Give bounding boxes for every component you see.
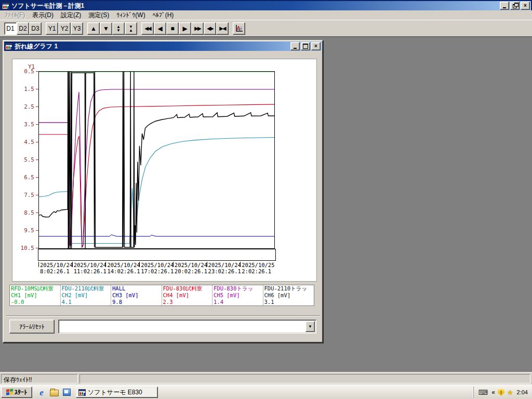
star-tray-icon[interactable]: ★ <box>507 389 513 396</box>
chart-panel: Y1 0.51.52.53.54.55.56.57.58.59.510.5 20… <box>12 59 317 282</box>
scroll-up-button[interactable]: ▲ <box>87 22 100 35</box>
chart-window-icon <box>5 43 12 50</box>
series-CH3 <box>39 235 274 236</box>
menu-measure[interactable]: 測定(S) <box>85 10 113 20</box>
chart-minimize-button[interactable] <box>290 42 300 50</box>
expand-horizontal-button[interactable]: ◀▶ <box>204 22 216 35</box>
legend-val: 3.1 <box>264 299 314 305</box>
toolbar-y3-button[interactable]: Y3 <box>71 22 83 35</box>
start-button[interactable]: ｽﾀｰﾄ <box>1 387 32 398</box>
y-tick-label-2.5: 2.5 <box>12 104 34 110</box>
legend-val: -0.0 <box>11 299 60 305</box>
scroll-button-group: ▲ ▼ ▲▼ ▼▲ <box>87 22 137 35</box>
menu-window[interactable]: ｳｨﾝﾄﾞｳ(W) <box>113 11 149 19</box>
legend-channel-CH6: FDU-2110トラッCH6 [mV]3.1 <box>263 285 314 305</box>
restore-button[interactable] <box>510 2 520 10</box>
keyboard-layout-icon[interactable]: ⌨ <box>478 389 488 396</box>
scroll-down-button[interactable]: ▼ <box>100 22 112 35</box>
taskbar-app-label: ソフトサーモ E830 <box>88 388 142 397</box>
legend-channel-CH5: FDU-830トラッCH5 [mV]1.4 <box>212 285 263 305</box>
combobox-dropdown-button[interactable]: ▼ <box>305 321 315 332</box>
x-tick-mark <box>38 262 39 267</box>
legend-name: FDU-2110トラッ <box>264 285 314 292</box>
compress-horizontal-button[interactable]: ▶◀ <box>216 22 229 35</box>
toolbar-y2-button[interactable]: Y2 <box>58 22 71 35</box>
expand-vertical-icon: ▲▼ <box>116 25 121 32</box>
taskbar-clock: 2:04 <box>517 389 528 395</box>
fast-rewind-button[interactable]: ◀◀ <box>141 22 154 35</box>
graph-setup-button[interactable] <box>233 22 245 35</box>
stop-button[interactable]: ■ <box>166 22 179 35</box>
app-icon <box>2 3 9 9</box>
minimize-icon <box>503 7 506 8</box>
x-tick-date: 2025/10/24 <box>40 262 73 268</box>
legend-name: FDU-830トラッ <box>214 285 263 292</box>
chart-close-button[interactable]: × <box>311 42 321 50</box>
x-tick-time: 23:02:26.1 <box>208 269 241 274</box>
fast-forward-button[interactable]: ▶▶ <box>191 22 204 35</box>
menubar: ﾌｧｲﾙ(F)表示(D)設定(Z)測定(S)ｳｨﾝﾄﾞｳ(W)ﾍﾙﾌﾟ(H) <box>0 10 532 20</box>
chart-window-client: Y1 0.51.52.53.54.55.56.57.58.59.510.5 20… <box>4 51 322 342</box>
chart-minimize-icon <box>294 48 297 49</box>
legend-channel-CH4: FDU-830試料室CH4 [mV]2.3 <box>162 285 213 305</box>
y-tick-label-5.5: 5.5 <box>12 157 34 163</box>
status-message-panel: 保存ｳｪｲﾄ!! <box>1 374 78 383</box>
fast-forward-icon: ▶▶ <box>194 26 200 31</box>
quicklaunch-desktop-button[interactable] <box>61 387 72 397</box>
expand-horizontal-icon: ◀▶ <box>207 26 212 31</box>
alarm-combobox-value[interactable] <box>60 321 306 332</box>
toolbar-y1-button[interactable]: Y1 <box>46 22 58 35</box>
menu-file[interactable]: ﾌｧｲﾙ(F) <box>1 11 29 19</box>
x-tick-mark <box>105 262 106 267</box>
menu-help[interactable]: ﾍﾙﾌﾟ(H) <box>149 11 178 19</box>
y-tick-label-7.5: 7.5 <box>12 192 34 198</box>
fast-rewind-icon: ◀◀ <box>144 26 150 31</box>
chart-window-titlebar[interactable]: 折れ線グラフ 1 × <box>4 42 322 51</box>
menu-settings[interactable]: 設定(Z) <box>57 10 85 20</box>
status-secondary-panel <box>79 374 530 383</box>
toolbar-d2-button[interactable]: D2 <box>17 22 29 35</box>
y-tick-label-8.5: 8.5 <box>12 210 34 216</box>
chart-maximize-icon <box>303 44 308 49</box>
step-forward-button[interactable]: ▶ <box>179 22 191 35</box>
close-button[interactable]: × <box>521 2 530 10</box>
tray-chevron-icon[interactable]: « <box>491 389 495 396</box>
menu-view[interactable]: 表示(D) <box>29 10 57 20</box>
compress-vertical-button[interactable]: ▼▲ <box>125 22 137 35</box>
legend-ch: CH4 [mV] <box>163 292 212 299</box>
legend-ch: CH1 [mV] <box>11 292 60 299</box>
quicklaunch-folder-button[interactable] <box>49 387 59 397</box>
security-shield-icon[interactable]: ! <box>498 389 504 396</box>
chart-maximize-button[interactable] <box>301 42 310 50</box>
screen: ソフトサーモ計測－計測1 × ﾌｧｲﾙ(F)表示(D)設定(Z)測定(S)ｳｨﾝ… <box>0 0 532 399</box>
main-window-titlebar[interactable]: ソフトサーモ計測－計測1 × <box>1 1 531 10</box>
separator <box>6 315 320 316</box>
x-tick-date: 2025/10/24 <box>141 262 174 268</box>
toolbar: D1D2D3 Y1Y2Y3 ▲ ▼ ▲▼ ▼▲ ◀◀ ◀ ■ ▶ ▶▶ ◀▶ ▶… <box>0 20 532 36</box>
legend-name: RFD-10MS試料室 <box>11 285 60 292</box>
chart-window: 折れ線グラフ 1 × Y1 0.51.52.53.54.55.56.57.58.… <box>3 40 323 343</box>
minimize-button[interactable] <box>500 2 509 10</box>
x-tick-date: 2025/10/24 <box>175 262 207 268</box>
expand-vertical-button[interactable]: ▲▼ <box>112 22 125 35</box>
chart-window-controls: × <box>289 42 321 50</box>
step-back-button[interactable]: ◀ <box>154 22 166 35</box>
alarm-combobox[interactable]: ▼ <box>58 320 316 334</box>
alarm-reset-button[interactable]: ｱﾗｰﾑﾘｾｯﾄ <box>9 320 55 334</box>
y-tick-label-9.5: 9.5 <box>12 228 34 233</box>
taskbar-app-button[interactable]: ソフトサーモ E830 <box>76 387 158 398</box>
yaxis-button-group: Y1Y2Y3 <box>46 22 83 35</box>
y-tick-label-4.5: 4.5 <box>12 139 34 145</box>
x-tick-date: 2025/10/24 <box>74 262 107 268</box>
quicklaunch-ie-button[interactable]: e <box>36 387 47 397</box>
toolbar-d1-button[interactable]: D1 <box>4 22 17 35</box>
x-range-box <box>38 249 276 261</box>
legend-ch: CH2 [mV] <box>62 292 111 299</box>
start-button-label: ｽﾀｰﾄ <box>15 389 27 396</box>
display-button-group: D1D2D3 <box>4 22 42 35</box>
x-tick-time: 17:02:26.1 <box>141 269 174 274</box>
playback-button-group: ◀◀ ◀ ■ ▶ ▶▶ ◀▶ ▶◀ <box>141 22 229 35</box>
toolbar-d3-button[interactable]: D3 <box>29 22 42 35</box>
task-app-icon <box>78 389 86 396</box>
internet-explorer-icon: e <box>39 388 44 397</box>
